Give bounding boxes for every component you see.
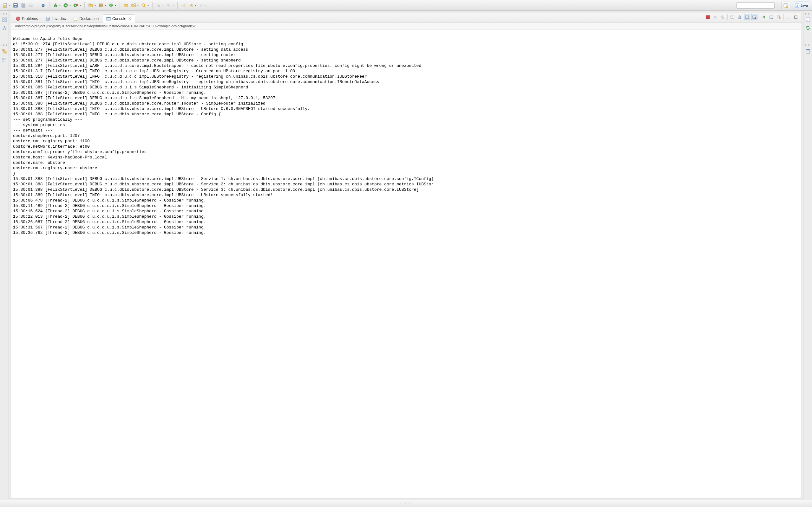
save-all-button[interactable]: [20, 2, 27, 9]
tab-console[interactable]: Console ✕: [103, 14, 135, 22]
new-java-project-button[interactable]: [87, 2, 94, 9]
open-type-button[interactable]: [122, 2, 130, 9]
console-line: 15:30:01.277 [FelixStartLevel] DEBUG c.u…: [13, 52, 799, 58]
trim-handle[interactable]: [2, 13, 7, 14]
save-all-icon: [21, 3, 26, 8]
forward-button[interactable]: [198, 2, 205, 9]
svg-rect-42: [2, 20, 4, 21]
svg-rect-21: [89, 4, 90, 5]
svg-rect-6: [22, 4, 26, 8]
console-line: Welcome to Apache Felix Gogo: [13, 36, 799, 42]
svg-rect-40: [2, 18, 4, 19]
console-view: ! Problems @ Javadoc Declaration Console…: [11, 13, 801, 498]
javadoc-icon: @: [46, 16, 50, 21]
close-icon[interactable]: ✕: [128, 17, 132, 20]
quick-access-input[interactable]: [737, 2, 774, 9]
console-line: ubstore.config.propertyfile: ubstore.con…: [13, 149, 799, 155]
svg-rect-51: [3, 59, 3, 60]
run-button[interactable]: [62, 2, 69, 9]
svg-text:@: @: [47, 17, 49, 20]
next-annotation-button[interactable]: [155, 2, 162, 9]
console-line: }: [13, 171, 799, 176]
svg-rect-50: [4, 58, 6, 59]
toolbar-separator: [759, 14, 759, 20]
tab-declaration-label: Declaration: [79, 16, 99, 21]
show-on-stdout-button[interactable]: [744, 14, 750, 20]
svg-rect-74: [745, 16, 749, 18]
search-button[interactable]: [140, 2, 147, 9]
console-line: 15:30:31.567 [Thread-2] DEBUG c.u.c.d.u.…: [13, 225, 799, 230]
console-line: 15:30:01.388 [FelixStartLevel] DEBUG c.u…: [13, 176, 799, 181]
tab-javadoc[interactable]: @ Javadoc: [42, 14, 69, 22]
skip-breakpoints-button[interactable]: [40, 2, 47, 9]
svg-rect-36: [784, 3, 788, 4]
debug-button[interactable]: [52, 2, 59, 9]
open-type-icon: [124, 3, 128, 8]
console-line: 15:30:06.478 [Thread-2] DEBUG c.u.c.d.u.…: [13, 198, 799, 203]
back-button[interactable]: [188, 2, 195, 9]
task-list-trim[interactable]: [805, 16, 811, 23]
arrow-left-icon: [189, 3, 194, 8]
terminate-button[interactable]: [705, 14, 711, 20]
outline-icon: [2, 57, 7, 62]
navigator-trim[interactable]: [1, 48, 8, 55]
console-line: --- set programmatically ---: [13, 117, 799, 122]
svg-point-30: [142, 4, 145, 6]
remove-launch-button[interactable]: [712, 14, 718, 20]
print-button[interactable]: [27, 2, 34, 9]
console-line: ubstore.host: Kevins-MacBook-Pro.local: [13, 155, 799, 160]
trim-handle[interactable]: [2, 44, 7, 46]
toolbar-separator: [152, 2, 153, 9]
console-line: --- defaults ---: [13, 128, 799, 133]
svg-rect-8: [30, 4, 32, 5]
type-hierarchy-trim[interactable]: [1, 25, 8, 31]
new-button[interactable]: [2, 2, 9, 9]
console-icon: [106, 16, 111, 21]
svg-rect-58: [74, 17, 77, 20]
sync-trim[interactable]: [805, 25, 811, 31]
tab-problems[interactable]: ! Problems: [12, 14, 42, 22]
toolbar-separator: [84, 2, 85, 9]
svg-point-44: [4, 26, 5, 27]
prev-annotation-button[interactable]: [165, 2, 172, 9]
console-line: 15:30:01.388 [FelixStartLevel] INFO c.u.…: [13, 106, 799, 112]
minimize-view-button[interactable]: [785, 14, 792, 20]
java-perspective-button[interactable]: J Java: [793, 2, 810, 9]
svg-rect-1: [3, 5, 5, 7]
last-edit-button[interactable]: [180, 2, 187, 9]
new-class-button[interactable]: C: [107, 2, 114, 9]
svg-text:!: !: [18, 17, 19, 20]
outline-right-trim[interactable]: [805, 48, 811, 55]
task-list-icon: [805, 17, 810, 22]
svg-point-76: [755, 17, 756, 19]
save-button[interactable]: [12, 2, 19, 9]
new-icon: [3, 3, 8, 8]
open-perspective-button[interactable]: [781, 2, 790, 9]
terminate-icon: [706, 15, 710, 19]
outline-trim[interactable]: [1, 56, 8, 63]
remove-all-button[interactable]: [719, 14, 726, 20]
trim-handle[interactable]: [805, 44, 811, 46]
show-stderr-icon: [752, 15, 756, 19]
scroll-lock-button[interactable]: [737, 14, 743, 20]
console-line: 15:30:01.385 [FelixStartLevel] DEBUG c.u…: [13, 84, 799, 90]
open-task-button[interactable]: [130, 2, 137, 9]
console-line: ubstore.rmi.registry.port: 1100: [13, 138, 799, 144]
maximize-view-button[interactable]: [793, 14, 799, 20]
search-icon: [142, 3, 146, 8]
trim-handle[interactable]: [805, 13, 811, 14]
package-explorer-trim[interactable]: [1, 16, 8, 23]
pin-console-button[interactable]: [761, 14, 767, 20]
open-console-button[interactable]: [775, 14, 782, 20]
show-on-stderr-button[interactable]: [751, 14, 757, 20]
console-line: 15:30:01.387 [Thread-2] DEBUG c.u.c.d.u.…: [13, 90, 799, 95]
console-output[interactable]: ____________________________Welcome to A…: [11, 30, 801, 498]
tab-declaration[interactable]: Declaration: [70, 14, 102, 22]
new-package-button[interactable]: [97, 2, 104, 9]
clear-console-button[interactable]: [729, 14, 735, 20]
run-external-button[interactable]: [72, 2, 79, 9]
console-line: ubstore.shepherd.port: 1207: [13, 133, 799, 138]
folder-plus-icon: [89, 3, 93, 8]
display-selected-console-button[interactable]: [768, 14, 774, 20]
console-line: 15:30:01.317 [FelixStartLevel] INFO c.u.…: [13, 68, 799, 74]
